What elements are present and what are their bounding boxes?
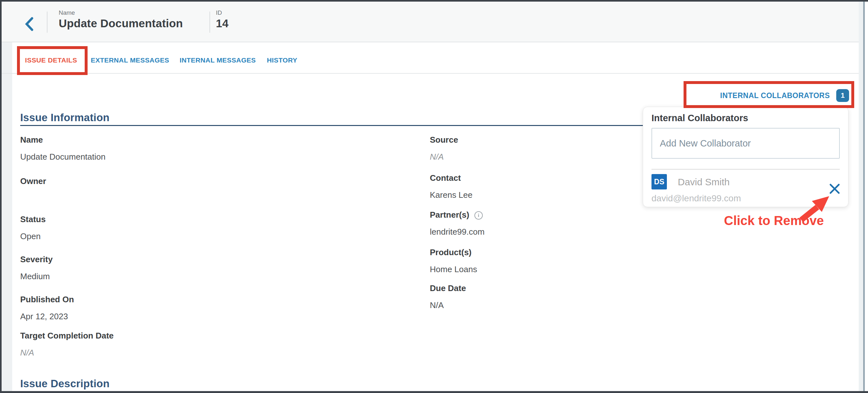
field-products: Product(s) Home Loans: [430, 247, 477, 274]
field-name: Name Update Documentation: [20, 135, 105, 162]
issue-details-page: Name Update Documentation ID 14 ISSUE DE…: [0, 0, 868, 393]
field-published-on: Published On Apr 12, 2023: [20, 294, 74, 322]
window-right-edge: [863, 0, 865, 393]
internal-collaborators-label: INTERNAL COLLABORATORS: [720, 91, 830, 100]
tab-internal-messages[interactable]: INTERNAL MESSAGES: [180, 57, 256, 64]
field-status: Status Open: [20, 214, 45, 241]
internal-collaborators-popup: Internal Collaborators DS David Smith da…: [643, 107, 848, 207]
screenshot-border-left: [0, 0, 2, 393]
popup-divider: [651, 169, 840, 170]
tab-issue-details[interactable]: ISSUE DETAILS: [25, 57, 77, 64]
issue-information-heading: Issue Information: [20, 111, 110, 124]
collaborators-count-badge: 1: [836, 89, 849, 102]
annotation-click-to-remove: Click to Remove: [724, 214, 824, 228]
back-button[interactable]: [20, 16, 38, 34]
field-partners: Partner(s)i lendrite99.com: [430, 210, 485, 237]
issue-description-heading: Issue Description: [20, 378, 110, 390]
field-source: Source N/A: [430, 135, 458, 162]
left-gutter: [2, 42, 12, 391]
name-field-label: Name: [59, 9, 75, 17]
field-severity: Severity Medium: [20, 254, 53, 282]
header-divider: [210, 11, 210, 33]
header-divider: [47, 11, 48, 33]
field-owner: Owner: [20, 176, 46, 193]
id-field-label: ID: [216, 9, 222, 17]
avatar: DS: [651, 174, 667, 190]
tabbar-divider: [2, 73, 863, 74]
field-due-date: Due Date N/A: [430, 283, 466, 310]
info-icon[interactable]: i: [474, 211, 483, 220]
right-scrollbar[interactable]: [859, 2, 863, 391]
chevron-left-icon: [25, 17, 33, 32]
collaborator-name: David Smith: [678, 176, 730, 188]
field-contact: Contact Karens Lee: [430, 173, 472, 200]
screenshot-border-bottom: [0, 391, 868, 393]
add-collaborator-input[interactable]: [651, 128, 840, 159]
screenshot-border-top: [0, 0, 868, 2]
field-target-completion-date: Target Completion Date N/A: [20, 330, 114, 358]
internal-collaborators-button[interactable]: INTERNAL COLLABORATORS 1: [720, 89, 849, 102]
issue-title: Update Documentation: [59, 17, 183, 30]
popup-title: Internal Collaborators: [651, 113, 840, 123]
issue-id: 14: [216, 17, 228, 30]
tab-external-messages[interactable]: EXTERNAL MESSAGES: [91, 57, 169, 64]
tab-history[interactable]: HISTORY: [267, 57, 297, 64]
remove-collaborator-button[interactable]: [830, 184, 840, 194]
page-header: Name Update Documentation ID 14: [2, 2, 863, 42]
collaborator-email: david@lendrite99.com: [651, 193, 741, 203]
